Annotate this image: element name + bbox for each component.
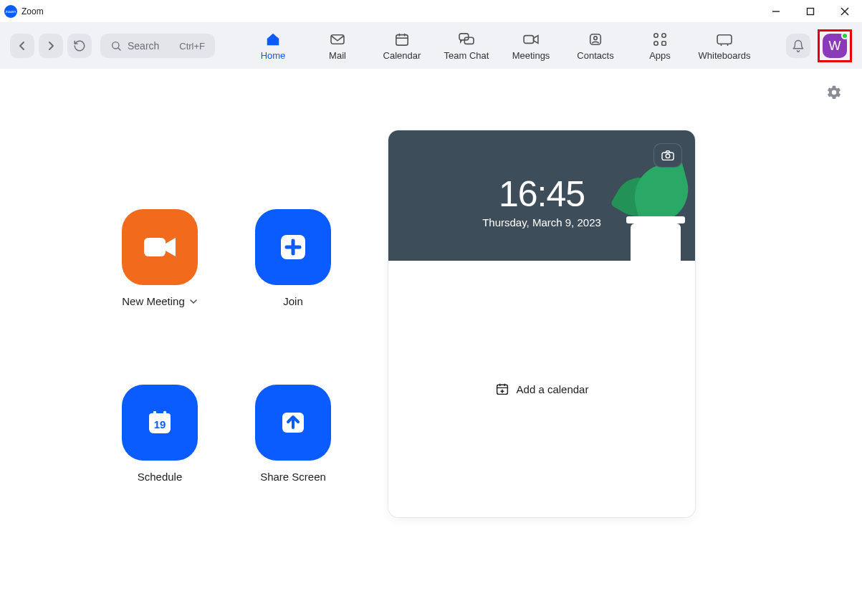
avatar-initial: W [829, 39, 841, 54]
plant-pot-icon [631, 223, 681, 261]
panel-header: 16:45 Thursday, March 9, 2023 [388, 130, 695, 261]
plant-pot-icon [626, 216, 685, 223]
nav-forward-button[interactable] [39, 34, 63, 58]
share-screen-button[interactable] [255, 385, 331, 461]
close-button[interactable] [836, 3, 853, 20]
tab-label: Meetings [512, 50, 550, 61]
search-placeholder: Search [128, 40, 159, 52]
svg-marker-25 [166, 238, 176, 256]
svg-rect-1 [808, 8, 814, 14]
search-input[interactable]: Search Ctrl+F [100, 34, 215, 58]
svg-point-16 [594, 36, 598, 39]
home-icon [265, 32, 281, 47]
minimize-button[interactable] [767, 3, 785, 20]
chevron-down-icon [189, 297, 198, 306]
schedule-label: Schedule [138, 471, 183, 483]
clock-date: Thursday, March 9, 2023 [482, 216, 601, 228]
app-title: Zoom [21, 6, 44, 16]
tab-label: Home [261, 50, 286, 61]
add-calendar-button[interactable]: Add a calendar [495, 382, 589, 395]
join-button[interactable] [255, 209, 331, 285]
svg-point-18 [662, 33, 666, 37]
clock-time: 16:45 [499, 173, 585, 215]
settings-button[interactable] [826, 85, 842, 100]
calendar-panel: 16:45 Thursday, March 9, 2023 Add a cale… [388, 130, 695, 517]
new-meeting-button[interactable] [122, 209, 198, 285]
svg-rect-20 [662, 41, 666, 45]
new-meeting-label[interactable]: New Meeting [122, 295, 198, 307]
tab-label: Apps [649, 50, 671, 61]
toolbar: Search Ctrl+F Home Mail Calendar Team [0, 23, 862, 69]
svg-point-31 [153, 411, 157, 415]
svg-rect-13 [524, 35, 534, 43]
mail-icon [330, 32, 345, 47]
maximize-button[interactable] [802, 3, 819, 20]
share-screen-label: Share Screen [260, 471, 326, 483]
contacts-icon [588, 32, 603, 47]
zoom-logo-icon: zoom [4, 5, 17, 18]
svg-line-5 [118, 48, 120, 50]
profile-avatar[interactable]: W [823, 34, 847, 58]
svg-point-19 [654, 41, 659, 45]
calendar-plus-icon [495, 382, 509, 395]
tab-team-chat[interactable]: Team Chat [434, 32, 499, 61]
chat-icon [458, 32, 475, 47]
svg-marker-14 [534, 35, 538, 43]
home-actions: New Meeting Join 19 Schedule [122, 209, 331, 517]
tab-label: Team Chat [444, 50, 489, 61]
svg-rect-24 [144, 238, 166, 256]
svg-text:19: 19 [154, 418, 166, 430]
svg-rect-6 [331, 34, 344, 44]
tab-calendar[interactable]: Calendar [370, 32, 434, 61]
tab-meetings[interactable]: Meetings [499, 32, 563, 61]
tab-label: Mail [329, 50, 346, 61]
svg-rect-12 [464, 37, 474, 44]
search-shortcut: Ctrl+F [179, 41, 205, 52]
tab-label: Whiteboards [699, 50, 751, 61]
highlight-box: W [818, 29, 852, 62]
video-icon [522, 32, 540, 47]
apps-icon [652, 32, 668, 47]
tab-home[interactable]: Home [241, 32, 305, 61]
presence-indicator-icon [841, 32, 848, 39]
tab-whiteboards[interactable]: Whiteboards [692, 32, 757, 61]
svg-point-17 [654, 33, 659, 37]
calendar-icon [394, 32, 410, 47]
titlebar: zoom Zoom [0, 0, 862, 23]
change-background-button[interactable] [653, 143, 682, 168]
nav-back-button[interactable] [10, 34, 34, 58]
schedule-button[interactable]: 19 [122, 385, 198, 461]
tab-apps[interactable]: Apps [628, 32, 692, 61]
svg-rect-11 [459, 33, 469, 39]
svg-rect-21 [717, 34, 732, 44]
svg-rect-7 [396, 34, 408, 45]
join-label: Join [283, 295, 303, 307]
whiteboard-icon [716, 32, 733, 47]
notifications-button[interactable] [786, 34, 810, 58]
tab-label: Contacts [577, 50, 613, 61]
tab-contacts[interactable]: Contacts [563, 32, 628, 61]
svg-point-37 [666, 154, 670, 158]
svg-point-32 [163, 411, 167, 415]
tab-mail[interactable]: Mail [305, 32, 370, 61]
tab-label: Calendar [383, 50, 421, 61]
add-calendar-label: Add a calendar [517, 383, 589, 395]
history-button[interactable] [67, 34, 92, 58]
